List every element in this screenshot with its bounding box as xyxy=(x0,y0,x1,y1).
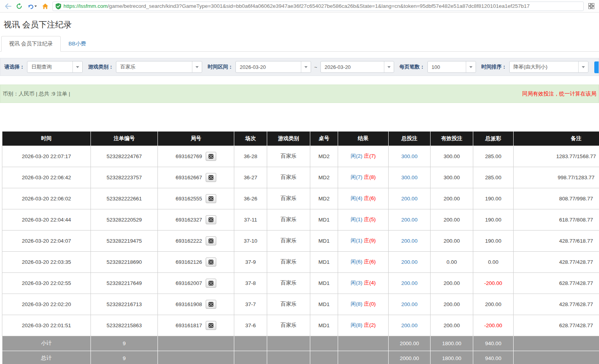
total-bet-link[interactable]: 200.00 xyxy=(401,323,417,328)
total-bet-link[interactable]: 200.00 xyxy=(401,301,417,307)
empty-cell xyxy=(338,336,389,351)
chevron-down-icon[interactable] xyxy=(466,61,476,72)
table-row: 2026-03-20 22:06:42 523282223757 6931626… xyxy=(2,167,599,188)
game-type-cell: 百家乐 xyxy=(267,146,310,167)
refresh-icon[interactable] xyxy=(15,2,23,10)
dice-replay-button[interactable] xyxy=(206,300,216,309)
banker-result: 庄(0) xyxy=(364,301,376,307)
payout-cell: 285.00 xyxy=(473,167,514,188)
remark-cell: 428.77/618.77 xyxy=(514,230,599,251)
page-title: 视讯 会员下注纪录 xyxy=(4,19,599,30)
payout-cell: 190.00 xyxy=(473,209,514,230)
date-from-input[interactable]: 2026-03-20 xyxy=(235,61,311,73)
result-cell: 闲(4)庄(6) xyxy=(338,188,389,209)
sort-order-select[interactable]: 降幂(由大到小) xyxy=(509,61,588,73)
remark-cell: 628.77/428.77 xyxy=(514,272,599,294)
total-bet-link[interactable]: 300.00 xyxy=(401,153,417,159)
subtotal-valid-bet: 1800.00 xyxy=(431,336,473,351)
player-result: 闲(6) xyxy=(351,259,362,265)
total-row: 总计 9 2000.00 1800.00 940.00 xyxy=(2,351,599,364)
total-total-bet: 2000.00 xyxy=(389,351,431,364)
game-type-select[interactable]: 百家乐 xyxy=(116,61,202,73)
date-from-value: 2026-03-20 xyxy=(236,61,301,72)
bet-record-table: 时间 注单编号 局号 场次 游戏类别 桌号 结果 总投注 有效投注 总派彩 备注… xyxy=(2,132,599,364)
col-header-result: 结果 xyxy=(338,132,389,146)
tab-betrecord[interactable]: 视讯 会员下注纪录 xyxy=(1,36,61,52)
game-type-label: 游戏类别： xyxy=(88,63,114,70)
time-cell: 2026-03-20 22:03:35 xyxy=(2,251,91,272)
valid-bet-cell: 200.00 xyxy=(431,188,473,209)
time-cell: 2026-03-20 22:02:20 xyxy=(2,294,91,315)
tab-bb-tip[interactable]: BB小费 xyxy=(61,36,94,52)
session-cell: 36-26 xyxy=(234,188,267,209)
dice-replay-button[interactable] xyxy=(206,321,216,330)
chevron-down-icon[interactable] xyxy=(72,61,82,72)
chevron-down-icon[interactable] xyxy=(301,61,311,72)
dice-replay-button[interactable] xyxy=(206,279,216,288)
player-result: 闲(8) xyxy=(351,301,362,307)
date-to-input[interactable]: 2026-03-20 xyxy=(320,61,394,73)
total-bet-link[interactable]: 200.00 xyxy=(401,280,417,286)
extension-grid-icon[interactable] xyxy=(587,2,595,10)
dice-replay-button[interactable] xyxy=(206,258,216,267)
total-bet-link[interactable]: 200.00 xyxy=(401,259,417,265)
result-cell: 闲(3)庄(4) xyxy=(338,272,389,294)
col-header-remark: 备注 xyxy=(514,132,599,146)
back-icon[interactable] xyxy=(4,2,12,10)
total-payout: 940.00 xyxy=(473,351,514,364)
total-bet-link[interactable]: 300.00 xyxy=(401,175,417,180)
valid-bet-cell: 200.00 xyxy=(431,294,473,315)
banker-result: 庄(6) xyxy=(364,195,376,201)
total-bet-link[interactable]: 200.00 xyxy=(401,217,417,223)
remark-cell: 1283.77/1568.77 xyxy=(514,146,599,167)
payout-cell: -200.00 xyxy=(473,272,514,294)
banker-result: 庄(7) xyxy=(364,153,376,159)
total-bet-link[interactable]: 200.00 xyxy=(401,238,417,244)
total-bet-link[interactable]: 200.00 xyxy=(401,196,417,202)
dice-replay-button[interactable] xyxy=(206,152,216,161)
banker-result: 庄(5) xyxy=(364,216,376,222)
undo-dropdown-caret[interactable] xyxy=(34,5,37,7)
round-cell: 693162769 xyxy=(158,146,234,167)
chevron-down-icon[interactable] xyxy=(578,61,588,72)
player-result: 闲(8) xyxy=(351,322,362,328)
query-type-select[interactable]: 日期查询 xyxy=(27,61,83,73)
round-cell: 693162667 xyxy=(158,167,234,188)
dice-replay-button[interactable] xyxy=(206,173,216,182)
dice-icon xyxy=(208,323,214,328)
table-row: 2026-03-20 22:03:35 523282218690 6931621… xyxy=(2,251,599,272)
empty-cell xyxy=(310,351,338,364)
empty-cell xyxy=(338,351,389,364)
valid-bet-cell: 200.00 xyxy=(431,315,473,336)
col-header-table-no: 桌号 xyxy=(310,132,338,146)
table-body: 2026-03-20 22:07:17 523282224767 6931627… xyxy=(2,146,599,336)
total-bet-cell: 200.00 xyxy=(389,251,431,272)
dice-icon xyxy=(208,153,214,159)
dice-replay-button[interactable] xyxy=(206,215,216,224)
table-no-cell: MD2 xyxy=(310,188,338,209)
valid-bet-cell: 300.00 xyxy=(431,146,473,167)
round-number: 693162222 xyxy=(176,238,202,244)
total-bet-cell: 200.00 xyxy=(389,294,431,315)
home-icon[interactable] xyxy=(41,2,49,10)
empty-cell xyxy=(234,336,267,351)
round-number: 693162126 xyxy=(176,259,202,265)
chevron-down-icon[interactable] xyxy=(384,61,394,72)
player-result: 闲(3) xyxy=(351,280,362,286)
address-bar[interactable]: https://lssfmm.com/game/betrecord_search… xyxy=(52,2,584,11)
security-shield-icon xyxy=(56,3,61,9)
table-header-row: 时间 注单编号 局号 场次 游戏类别 桌号 结果 总投注 有效投注 总派彩 备注 xyxy=(2,132,599,146)
dice-replay-button[interactable] xyxy=(206,194,216,203)
col-header-payout: 总派彩 xyxy=(473,132,514,146)
result-cell: 闲(2)庄(7) xyxy=(338,146,389,167)
date-to-value: 2026-03-20 xyxy=(321,61,384,72)
search-button[interactable] xyxy=(594,61,599,73)
col-header-round: 局号 xyxy=(158,132,234,146)
bet-no-cell: 523282217649 xyxy=(91,272,158,294)
dice-replay-button[interactable] xyxy=(206,236,216,245)
per-page-select[interactable]: 100 xyxy=(427,61,476,73)
chevron-down-icon[interactable] xyxy=(192,61,202,72)
undo-icon[interactable] xyxy=(27,2,38,10)
dice-icon xyxy=(208,301,214,307)
valid-bet-cell: 300.00 xyxy=(431,167,473,188)
